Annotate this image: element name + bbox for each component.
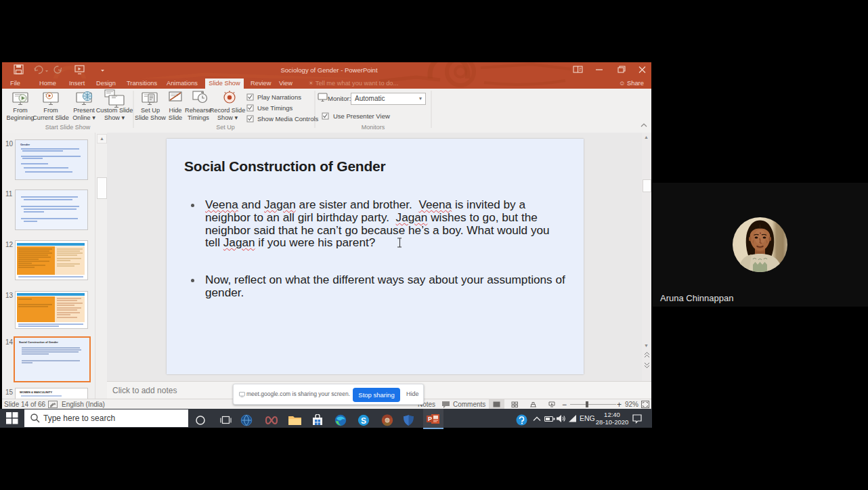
svg-text:P: P [428,416,432,422]
svg-text:S: S [361,416,366,426]
